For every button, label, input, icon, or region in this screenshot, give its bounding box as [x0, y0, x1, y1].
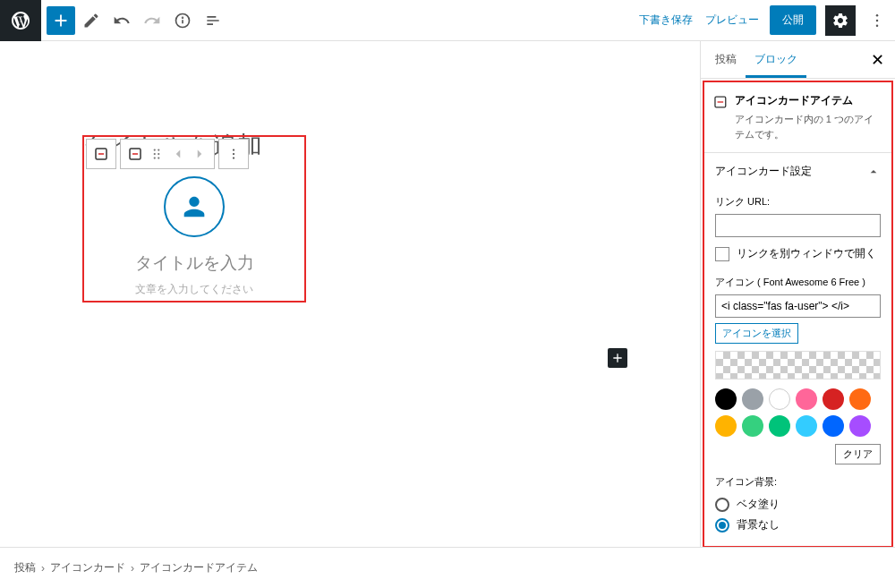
chevron-up-icon: [866, 165, 881, 179]
crumb-post[interactable]: 投稿: [14, 560, 36, 575]
svg-point-14: [233, 149, 234, 150]
tab-block[interactable]: ブロック: [746, 41, 806, 78]
drag-handle[interactable]: [146, 143, 167, 165]
edit-mode-button[interactable]: [77, 6, 106, 35]
preview-link[interactable]: プレビュー: [703, 9, 761, 31]
block-move-group: [120, 139, 215, 169]
svg-point-10: [154, 153, 156, 155]
swatch-purple[interactable]: [849, 415, 871, 437]
svg-point-16: [233, 157, 234, 158]
swatch-teal[interactable]: [769, 415, 790, 437]
icon-preview: [164, 176, 225, 237]
swatch-green[interactable]: [742, 415, 763, 437]
icon-card-content: タイトルを入力 文章を入力してください: [84, 176, 304, 301]
close-sidebar-button[interactable]: ✕: [865, 47, 890, 72]
swatch-white[interactable]: [769, 388, 790, 410]
block-info-header: アイコンカードアイテム アイコンカード内の 1 つのアイテムです。: [704, 82, 891, 152]
link-url-input[interactable]: [715, 214, 881, 237]
outline-button[interactable]: [199, 6, 227, 35]
chevron-left-icon: [170, 146, 186, 162]
card-text-input[interactable]: 文章を入力してください: [98, 282, 290, 297]
kebab-icon: [868, 12, 886, 30]
parent-block-button[interactable]: [86, 139, 116, 169]
new-window-checkbox[interactable]: [715, 247, 729, 261]
gear-icon: [831, 12, 849, 30]
kebab-icon: [226, 146, 242, 162]
svg-point-5: [876, 24, 879, 27]
more-options-button[interactable]: [865, 5, 890, 36]
tab-post[interactable]: 投稿: [706, 41, 746, 78]
card-title-input[interactable]: タイトルを入力: [98, 251, 290, 275]
swatch-blue[interactable]: [823, 415, 844, 437]
svg-point-4: [876, 19, 879, 21]
block-toolbar: [86, 139, 249, 169]
block-type-button[interactable]: [124, 143, 146, 165]
plus-icon: [51, 11, 71, 30]
clear-color-button[interactable]: クリア: [835, 444, 881, 464]
add-block-button[interactable]: [47, 6, 75, 35]
chevron-right-icon: [192, 146, 208, 162]
block-icon: [713, 93, 728, 111]
block-options-button[interactable]: [218, 139, 249, 169]
color-swatches: [715, 388, 881, 437]
top-toolbar: 下書き保存 プレビュー 公開: [0, 0, 895, 41]
svg-point-8: [154, 149, 156, 150]
svg-point-3: [876, 13, 879, 15]
block-name: アイコンカードアイテム: [735, 94, 853, 107]
swatch-lightblue[interactable]: [796, 415, 817, 437]
redo-button[interactable]: [138, 6, 166, 35]
info-button[interactable]: [168, 6, 197, 35]
info-icon: [174, 12, 192, 30]
editor-tools: [47, 6, 227, 35]
swatch-pink[interactable]: [796, 388, 817, 410]
settings-panel-toggle[interactable]: アイコンカード設定: [704, 153, 891, 190]
svg-point-9: [158, 149, 159, 150]
bg-fill-radio[interactable]: [715, 498, 729, 512]
editor-canvas[interactable]: タイトルを追加 タイトルを入力: [0, 41, 700, 547]
user-icon: [179, 192, 209, 222]
settings-sidebar: 投稿 ブロック ✕ アイコンカードアイテム アイコンカード内の 1 つのアイテム…: [700, 41, 895, 547]
redo-icon: [143, 12, 161, 30]
icon-class-input[interactable]: [715, 294, 881, 318]
swatch-gray[interactable]: [742, 388, 763, 410]
bg-fill-label: ベタ塗り: [737, 497, 780, 512]
svg-point-11: [158, 153, 159, 155]
swatch-black[interactable]: [715, 388, 737, 410]
block-breadcrumb: 投稿 › アイコンカード › アイコンカードアイテム: [0, 547, 895, 588]
block-icon: [127, 146, 143, 162]
icon-card-block[interactable]: タイトルを入力 文章を入力してください: [82, 135, 306, 303]
swatch-orange[interactable]: [849, 388, 871, 410]
move-left-button[interactable]: [167, 143, 189, 165]
undo-button[interactable]: [107, 6, 136, 35]
settings-panel-label: アイコンカード設定: [715, 164, 812, 179]
wordpress-logo[interactable]: [0, 0, 41, 41]
insert-block-button[interactable]: [608, 348, 627, 368]
crumb-current[interactable]: アイコンカードアイテム: [140, 560, 258, 575]
save-draft-link[interactable]: 下書き保存: [637, 9, 695, 31]
drag-icon: [149, 146, 165, 162]
list-icon: [204, 12, 222, 30]
crumb-parent[interactable]: アイコンカード: [50, 560, 125, 575]
top-right-actions: 下書き保存 プレビュー 公開: [637, 5, 890, 36]
sidebar-tabs: 投稿 ブロック ✕: [701, 41, 895, 79]
plus-icon: [610, 351, 625, 365]
bg-none-label: 背景なし: [737, 517, 780, 533]
new-window-label: リンクを別ウィンドウで開く: [737, 246, 876, 261]
link-url-label: リンク URL:: [715, 195, 881, 209]
select-icon-button[interactable]: アイコンを選択: [715, 323, 798, 344]
undo-icon: [113, 12, 131, 30]
bg-none-radio[interactable]: [715, 518, 729, 533]
icon-bg-label: アイコン背景:: [715, 475, 881, 489]
svg-point-15: [233, 153, 234, 155]
move-right-button[interactable]: [189, 143, 210, 165]
svg-point-12: [154, 157, 156, 158]
color-preview-transparent: [715, 351, 881, 379]
block-description: アイコンカード内の 1 つのアイテムです。: [735, 112, 882, 141]
wordpress-icon: [10, 10, 31, 31]
settings-button[interactable]: [825, 5, 856, 36]
pencil-icon: [82, 12, 100, 30]
publish-button[interactable]: 公開: [770, 5, 816, 35]
icon-field-label: アイコン ( Font Awesome 6 Free ): [715, 276, 881, 289]
swatch-red[interactable]: [823, 388, 844, 410]
swatch-yellow[interactable]: [715, 415, 737, 437]
